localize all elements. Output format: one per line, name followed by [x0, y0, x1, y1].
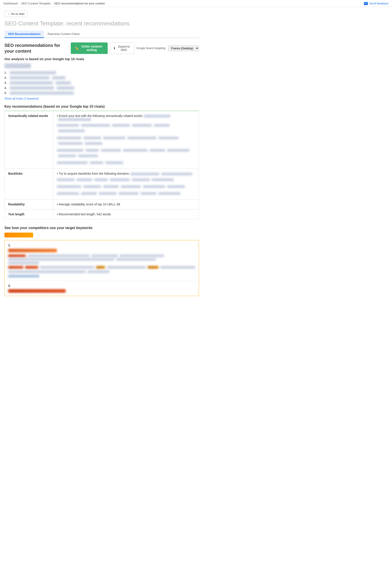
competitors-list: 1.: [4, 240, 199, 296]
send-feedback-label: Send feedback: [369, 2, 389, 5]
orange-bar: [4, 233, 33, 237]
list-item: 4.: [4, 86, 199, 90]
top-bar: Dashboard › SEO Content Template › SEO r…: [0, 0, 392, 7]
table-row: Backlinks • Try to acquire backlinks fro…: [5, 169, 199, 199]
backlinks-blur-row2: [57, 184, 195, 189]
rival-text-5: [10, 92, 74, 95]
competitors-section: See how your competitors use your target…: [4, 226, 199, 296]
breadcrumb-dashboard[interactable]: Dashboard: [3, 2, 18, 5]
order-icon: ✏️: [75, 46, 79, 50]
targeting-label: Google Search targeting:: [137, 47, 166, 50]
rival-text-4: [10, 86, 54, 90]
semantic-blur-row3: [57, 148, 195, 159]
comp-line-1c: [120, 254, 164, 257]
section-actions: ✏️ Order content writing ⬆ Export to DOC…: [71, 42, 199, 54]
competitor-item-1: 1.: [5, 240, 199, 281]
semantic-blur-row1: [57, 123, 195, 134]
comp-tag-4: [96, 266, 105, 269]
comp-title-blur-1: [8, 249, 57, 252]
table-cell-content-textlength: • Recommended text length: 542 words: [53, 209, 199, 219]
comp-link-blur-1: [8, 275, 39, 277]
main-content: ← Go to start SEO Content Template: rece…: [0, 7, 203, 300]
go-to-start-button[interactable]: ← Go to start: [4, 11, 27, 17]
table-cell-content-readability: • Average readability score of top 10 UR…: [53, 199, 199, 209]
table-cell-content-backlinks: • Try to acquire backlinks from the foll…: [53, 169, 199, 199]
semantic-text: • Enrich your text with the following se…: [57, 114, 143, 118]
rivals-list: 1. 2. 3. 4. 5.: [4, 71, 199, 95]
semantic-blur-row4: [57, 160, 195, 165]
rival-text-4b: [56, 86, 74, 90]
comp-line-1a: [28, 254, 90, 257]
comp-line-5a: [8, 270, 85, 273]
blurred-bar-main: [4, 63, 31, 68]
analysis-label: Our analysis is based on your Google top…: [4, 57, 199, 61]
comp-line-4c: [160, 266, 195, 269]
table-cell-label-backlinks: Backlinks: [5, 169, 53, 199]
backlinks-blur-row3: [57, 191, 195, 196]
competitors-title: See how your competitors use your target…: [4, 226, 199, 230]
key-recs-title: Key recommendations (based on your Googl…: [4, 105, 199, 109]
rival-text-2b: [52, 76, 65, 79]
breadcrumb-sep2: ›: [52, 2, 53, 5]
comp-line-4a: [40, 266, 94, 269]
rival-num-4: 4.: [4, 86, 8, 90]
list-item: 5.: [4, 91, 199, 95]
table-row: Semantically related words • Enrich your…: [5, 111, 199, 169]
breadcrumb-seo-template[interactable]: SEO Content Template: [21, 2, 51, 5]
seo-section-title: SEO recommendations for your content: [4, 42, 71, 54]
comp-tag-3: [25, 266, 38, 269]
table-cell-label-textlength: Text length: [5, 209, 53, 219]
tab-realtime-check[interactable]: Real-time Content Check: [44, 30, 83, 38]
comp-num-2: 2.: [8, 284, 195, 288]
export-icon: ⬆: [113, 47, 116, 50]
comp-line-1b: [91, 254, 118, 257]
table-cell-label-semantic: Semantically related words: [5, 111, 53, 169]
table-row: Text length • Recommended text length: 5…: [5, 209, 199, 219]
semantic-blur-1: [144, 115, 170, 117]
key-recs-table: Semantically related words • Enrich your…: [4, 111, 199, 219]
comp-title-blur-2: [8, 289, 66, 293]
order-content-writing-button[interactable]: ✏️ Order content writing: [71, 42, 108, 54]
page-title: SEO Content Template: recent recommendat…: [4, 20, 199, 27]
comp-line-2b: [116, 258, 156, 261]
breadcrumb: Dashboard › SEO Content Template › SEO r…: [3, 2, 105, 5]
breadcrumb-sep1: ›: [19, 2, 20, 5]
analysis-section: Our analysis is based on your Google top…: [4, 57, 199, 100]
svg-rect-0: [364, 2, 368, 5]
rival-text-3b: [56, 81, 71, 84]
show-all-rivals-link[interactable]: Show all rivals (1 keyword): [4, 97, 199, 100]
backlinks-text: • Try to acquire backlinks from the foll…: [57, 172, 129, 175]
backlinks-blur-2: [161, 173, 192, 175]
comp-line-4b: [107, 266, 146, 269]
comp-tag-2: [8, 266, 23, 269]
key-recommendations-section: Key recommendations (based on your Googl…: [4, 105, 199, 219]
rival-num-5: 5.: [4, 91, 8, 95]
rival-text-2: [10, 76, 50, 79]
page-title-main: SEO Content Template:: [4, 20, 65, 27]
order-label: Order content writing: [80, 45, 104, 52]
breadcrumb-current: SEO recommendations for your content: [54, 2, 105, 5]
comp-num-1: 1.: [8, 243, 195, 247]
semantic-blur-2: [58, 118, 91, 121]
rival-text-3: [10, 81, 53, 84]
page-title-sub: recent recommendations: [66, 20, 129, 27]
rival-num-2: 2.: [4, 76, 8, 79]
semantic-blur-row2: [57, 135, 195, 146]
comp-text-lines-1: [8, 254, 195, 264]
list-item: 2.: [4, 76, 199, 79]
rival-num-1: 1.: [4, 71, 8, 74]
export-to-doc-button[interactable]: ⬆ Export to DOC: [110, 42, 134, 54]
backlinks-blur-1: [130, 173, 159, 175]
list-item: 3.: [4, 81, 199, 84]
send-feedback-link[interactable]: Send feedback: [364, 2, 389, 5]
tab-seo-recommendations[interactable]: SEO Recommendations: [4, 30, 44, 38]
comp-line-5b: [87, 270, 110, 273]
rival-num-3: 3.: [4, 81, 8, 84]
comp-tag-1: [8, 254, 26, 257]
feedback-icon: [364, 2, 368, 5]
rival-text-1: [10, 71, 56, 74]
backlinks-blur-row1: [57, 177, 195, 182]
targeting-select[interactable]: France (Desktop): [168, 45, 199, 51]
table-cell-content-semantic: • Enrich your text with the following se…: [53, 111, 199, 169]
table-cell-label-readability: Readability: [5, 199, 53, 209]
